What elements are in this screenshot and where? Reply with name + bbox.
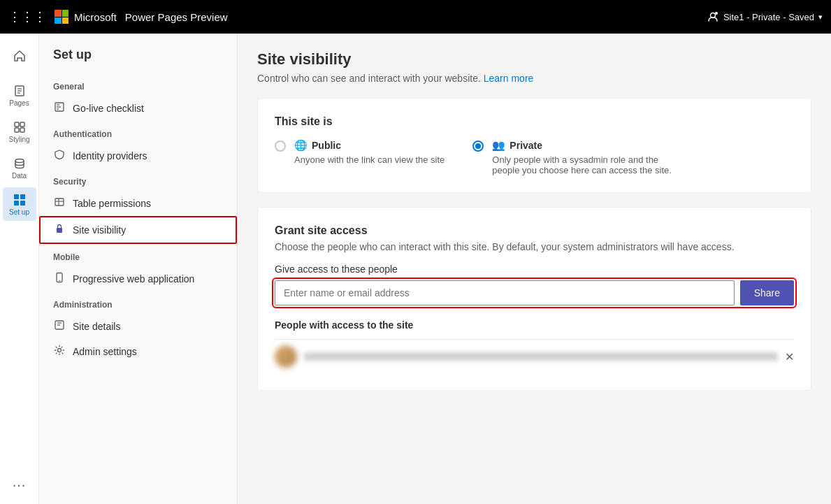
site-visibility-label: Site visibility [73, 224, 126, 236]
sidebar-item-admin-settings[interactable]: Admin settings [39, 339, 237, 364]
site-status[interactable]: Site1 - Private - Saved ▾ [707, 10, 823, 23]
svg-rect-13 [14, 201, 19, 206]
private-label: 👥 Private [492, 139, 688, 152]
svg-rect-7 [20, 122, 24, 127]
identity-providers-label: Identity providers [73, 150, 147, 161]
sidebar-title: Set up [39, 48, 237, 73]
grant-desc: Choose the people who can interact with … [275, 241, 794, 252]
page-subtitle: Control who can see and interact with yo… [257, 73, 811, 84]
nav-home[interactable] [3, 39, 36, 73]
visibility-options: 🌐 Public Anyone with the link can view t… [275, 139, 794, 175]
svg-rect-22 [57, 228, 62, 233]
chevron-down-icon: ▾ [818, 13, 823, 22]
table-icon [53, 196, 66, 210]
svg-rect-8 [15, 128, 19, 132]
checklist-icon [53, 101, 66, 115]
nav-styling[interactable]: Styling [3, 115, 36, 148]
home-icon [13, 49, 27, 63]
styling-icon [13, 120, 27, 134]
setup-icon [13, 193, 27, 207]
public-desc: Anyone with the link can view the site [294, 154, 445, 165]
give-access-label: Give access to these people [275, 264, 794, 275]
subtitle-text: Control who can see and interact with yo… [257, 73, 484, 84]
section-mobile: Mobile [39, 244, 237, 266]
sidebar-item-pwa[interactable]: Progressive web application [39, 266, 237, 291]
public-radio[interactable] [275, 141, 286, 152]
go-live-label: Go-live checklist [73, 103, 144, 114]
microsoft-label: Microsoft [74, 11, 117, 23]
private-radio[interactable] [472, 141, 484, 152]
microsoft-logo: Microsoft [55, 10, 117, 24]
learn-more-link[interactable]: Learn more [484, 73, 534, 84]
public-label: 🌐 Public [294, 139, 445, 152]
data-label: Data [12, 172, 27, 180]
more-icon[interactable]: ··· [13, 477, 27, 493]
private-desc: Only people with a sysadmin role and the… [492, 154, 688, 175]
grid-icon[interactable]: ⋮⋮⋮ [8, 9, 46, 24]
private-content: 👥 Private Only people with a sysadmin ro… [492, 139, 688, 175]
page-title: Site visibility [257, 50, 811, 69]
person-name-blurred [304, 352, 778, 361]
pages-label: Pages [9, 99, 29, 107]
nav-pages[interactable]: Pages [3, 78, 36, 112]
mobile-icon [53, 272, 66, 286]
sidebar-item-table-permissions[interactable]: Table permissions [39, 191, 237, 216]
private-option[interactable]: 👥 Private Only people with a sysadmin ro… [472, 139, 688, 175]
site-status-label: Site1 - Private - Saved [723, 12, 814, 22]
sidebar-item-identity-providers[interactable]: Identity providers [39, 143, 237, 168]
grant-access-card: Grant site access Choose the people who … [257, 207, 811, 391]
data-icon [13, 157, 27, 171]
svg-point-28 [58, 349, 62, 352]
lock-icon [53, 223, 66, 237]
section-security: Security [39, 168, 237, 191]
nav-data[interactable]: Data [3, 151, 36, 185]
this-site-is-label: This site is [275, 115, 794, 128]
sidebar: Set up General Go-live checklist Authent… [39, 34, 238, 504]
table-permissions-label: Table permissions [73, 198, 151, 209]
sidebar-item-site-visibility[interactable]: Site visibility [39, 216, 237, 244]
svg-rect-14 [20, 201, 25, 206]
remove-person-button[interactable]: ✕ [785, 350, 794, 363]
app-name: Power Pages Preview [125, 11, 228, 23]
share-button[interactable]: Share [740, 280, 794, 305]
globe-icon: 🌐 [294, 139, 308, 152]
svg-rect-9 [20, 128, 24, 132]
left-nav: Pages Styling Data Set up ··· [0, 34, 39, 504]
person-row: ✕ [275, 339, 794, 373]
admin-settings-label: Admin settings [73, 346, 137, 357]
svg-rect-19 [55, 199, 64, 206]
svg-point-24 [59, 280, 60, 282]
public-content: 🌐 Public Anyone with the link can view t… [294, 139, 445, 165]
sidebar-item-go-live-checklist[interactable]: Go-live checklist [39, 96, 237, 121]
svg-rect-6 [15, 122, 19, 127]
name-email-input[interactable] [275, 280, 735, 305]
sidebar-item-site-details[interactable]: Site details [39, 314, 237, 339]
people-icon: 👥 [492, 139, 505, 152]
section-administration: Administration [39, 291, 237, 314]
people-access-title: People with access to the site [275, 319, 794, 331]
admin-settings-icon [53, 345, 66, 359]
section-general: General [39, 73, 237, 96]
svg-rect-12 [20, 194, 25, 199]
shield-icon [53, 149, 66, 163]
site-details-label: Site details [73, 321, 120, 332]
pwa-label: Progressive web application [73, 273, 194, 285]
site-visibility-card: This site is 🌐 Public Anyone with the li… [257, 98, 811, 193]
ms-logo-squares [55, 10, 68, 24]
setup-label: Set up [9, 208, 29, 216]
site-icon [707, 10, 719, 23]
svg-point-10 [15, 159, 24, 162]
avatar [275, 345, 297, 368]
public-option[interactable]: 🌐 Public Anyone with the link can view t… [275, 139, 445, 175]
svg-rect-11 [14, 194, 19, 199]
svg-point-1 [715, 12, 718, 15]
pages-icon [13, 84, 27, 98]
main-content: Site visibility Control who can see and … [238, 34, 831, 504]
styling-label: Styling [8, 136, 29, 143]
share-row: Share [275, 280, 794, 305]
section-authentication: Authentication [39, 121, 237, 143]
grant-title: Grant site access [275, 224, 794, 237]
site-details-icon [53, 319, 66, 333]
nav-setup[interactable]: Set up [3, 187, 36, 221]
topbar: ⋮⋮⋮ Microsoft Power Pages Preview Site1 … [0, 0, 831, 34]
